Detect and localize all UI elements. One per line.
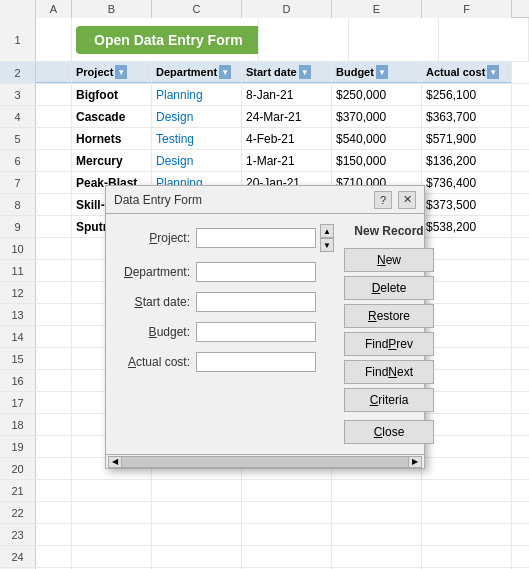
- actual-header-label: Actual cost: [426, 66, 485, 78]
- data-entry-form-dialog: Data Entry Form ? ✕ Project: ▲ ▼ Departm…: [105, 185, 425, 469]
- actual-cost-label: Actual cost:: [116, 355, 196, 369]
- project-header-label: Project: [76, 66, 113, 78]
- dialog-title: Data Entry Form: [114, 193, 202, 207]
- department-input[interactable]: [196, 262, 316, 282]
- cell-c: [152, 480, 242, 501]
- cell-f: [422, 458, 512, 479]
- cell-1b: Open Data Entry Form: [72, 18, 259, 62]
- dialog-body: Project: ▲ ▼ Department: Start date:: [106, 214, 424, 454]
- cell-a: [36, 216, 72, 237]
- cell-2b-project: Project ▼: [72, 62, 152, 83]
- row-num: 4: [0, 106, 36, 127]
- row-num: 23: [0, 524, 36, 545]
- cell-startdate: 4-Feb-21: [242, 128, 332, 149]
- scroll-up-btn[interactable]: ▲: [320, 224, 334, 238]
- budget-filter-btn[interactable]: ▼: [376, 65, 388, 79]
- cell-f: [422, 546, 512, 567]
- restore-button[interactable]: Restore: [344, 304, 434, 328]
- row-num: 6: [0, 150, 36, 171]
- row-num: 14: [0, 326, 36, 347]
- cell-a: [36, 106, 72, 127]
- form-row-budget: Budget:: [116, 322, 334, 342]
- dept-filter-btn[interactable]: ▼: [219, 65, 231, 79]
- cell-e: [332, 480, 422, 501]
- cell-actual-cost: $373,500: [422, 194, 512, 215]
- row-num: 5: [0, 128, 36, 149]
- row-num: 17: [0, 392, 36, 413]
- cell-budget: $370,000: [332, 106, 422, 127]
- cell-b: [72, 502, 152, 523]
- row-num: 7: [0, 172, 36, 193]
- startdate-label: Start date:: [116, 295, 196, 309]
- empty-row: 22: [0, 502, 529, 524]
- cell-budget: $250,000: [332, 84, 422, 105]
- cell-a: [36, 348, 72, 369]
- table-row: 6 Mercury Design 1-Mar-21 $150,000 $136,…: [0, 150, 529, 172]
- row-num: 20: [0, 458, 36, 479]
- budget-label: Budget:: [116, 325, 196, 339]
- cell-department: Design: [152, 150, 242, 171]
- table-row: 3 Bigfoot Planning 8-Jan-21 $250,000 $25…: [0, 84, 529, 106]
- cell-a: [36, 458, 72, 479]
- budget-input[interactable]: [196, 322, 316, 342]
- col-header-f: F: [422, 0, 512, 18]
- row-num: 22: [0, 502, 36, 523]
- corner-cell: [0, 0, 36, 18]
- cell-a: [36, 326, 72, 347]
- cell-budget: $150,000: [332, 150, 422, 171]
- row-num: 10: [0, 238, 36, 259]
- cell-a: [36, 172, 72, 193]
- find-prev-button[interactable]: Find Prev: [344, 332, 434, 356]
- budget-header-label: Budget: [336, 66, 374, 78]
- cell-a: [36, 150, 72, 171]
- dialog-close-button[interactable]: ✕: [398, 191, 416, 209]
- row-num: 19: [0, 436, 36, 457]
- dialog-titlebar: Data Entry Form ? ✕: [106, 186, 424, 214]
- cell-2d-startdate: Start date ▼: [242, 62, 332, 83]
- cell-a: [36, 128, 72, 149]
- dept-label: Department:: [116, 265, 196, 279]
- col-header-row: A B C D E F: [0, 0, 529, 18]
- open-data-entry-form-button[interactable]: Open Data Entry Form: [76, 26, 259, 54]
- cell-1e: [349, 18, 439, 62]
- startdate-header-label: Start date: [246, 66, 297, 78]
- cell-actual-cost: $363,700: [422, 106, 512, 127]
- criteria-button[interactable]: Criteria: [344, 388, 434, 412]
- form-row-project: Project: ▲ ▼: [116, 224, 334, 252]
- startdate-input[interactable]: [196, 292, 316, 312]
- row-num: 3: [0, 84, 36, 105]
- cell-a: [36, 480, 72, 501]
- hscroll-left-btn[interactable]: ◀: [108, 456, 122, 468]
- scroll-down-btn[interactable]: ▼: [320, 238, 334, 252]
- table-row: 5 Hornets Testing 4-Feb-21 $540,000 $571…: [0, 128, 529, 150]
- dialog-help-button[interactable]: ?: [374, 191, 392, 209]
- hscroll-track: [122, 456, 408, 468]
- close-dialog-button[interactable]: Close: [344, 420, 434, 444]
- cell-actual-cost: $136,200: [422, 150, 512, 171]
- cell-a: [36, 282, 72, 303]
- row-2-header: 2 Project ▼ Department ▼ Start date ▼ Bu…: [0, 62, 529, 84]
- cell-project: Cascade: [72, 106, 152, 127]
- row-num: 18: [0, 414, 36, 435]
- project-filter-btn[interactable]: ▼: [115, 65, 127, 79]
- startdate-filter-btn[interactable]: ▼: [299, 65, 311, 79]
- cell-a: [36, 238, 72, 259]
- dialog-bottom-scroll: ◀ ▶: [106, 454, 424, 468]
- delete-button[interactable]: Delete: [344, 276, 434, 300]
- cell-department: Testing: [152, 128, 242, 149]
- form-row-department: Department:: [116, 262, 334, 282]
- actual-cost-input[interactable]: [196, 352, 316, 372]
- cell-2f-actual: Actual cost ▼: [422, 62, 512, 83]
- cell-b: [72, 524, 152, 545]
- cell-2a: [36, 62, 72, 83]
- cell-c: [152, 502, 242, 523]
- cell-f: [422, 524, 512, 545]
- form-row-actual-cost: Actual cost:: [116, 352, 334, 372]
- hscroll-right-btn[interactable]: ▶: [408, 456, 422, 468]
- find-next-button[interactable]: Find Next: [344, 360, 434, 384]
- project-input[interactable]: [196, 228, 316, 248]
- actual-filter-btn[interactable]: ▼: [487, 65, 499, 79]
- new-button[interactable]: New: [344, 248, 434, 272]
- cell-e: [332, 524, 422, 545]
- row-num-1: 1: [0, 18, 36, 61]
